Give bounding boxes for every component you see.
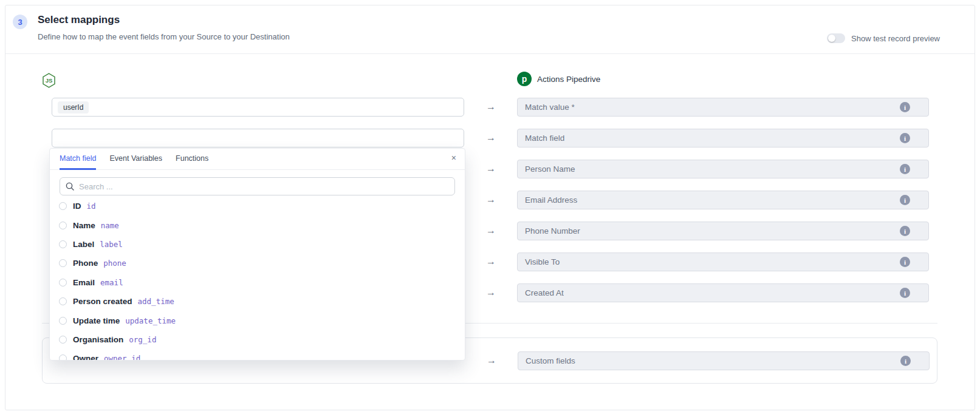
info-icon[interactable]: i: [900, 164, 910, 174]
search-box: [60, 177, 455, 195]
info-icon[interactable]: i: [900, 257, 910, 267]
radio-icon[interactable]: [59, 336, 67, 344]
destination-field[interactable]: Visible To i: [517, 253, 929, 271]
radio-icon[interactable]: [59, 354, 67, 361]
tab-functions[interactable]: Functions: [176, 149, 208, 170]
custom-fields-field[interactable]: Custom fields i: [518, 351, 930, 370]
radio-icon[interactable]: [59, 202, 67, 210]
source-field-input[interactable]: userId: [52, 98, 464, 117]
info-icon[interactable]: i: [900, 195, 910, 205]
field-option-person-created[interactable]: Person created add_time: [50, 292, 465, 311]
field-option-name[interactable]: Name name: [50, 215, 465, 234]
page-title: Select mappings: [38, 14, 120, 26]
source-field-input[interactable]: [52, 129, 464, 147]
radio-icon[interactable]: [59, 279, 67, 286]
destination-header: p Actions Pipedrive: [517, 72, 600, 86]
mapping-row: → Match field i: [5, 129, 975, 147]
toggle-label: Show test record preview: [851, 34, 940, 43]
arrow-icon: →: [486, 160, 496, 178]
panel-header: 3 Select mappings Define how to map the …: [5, 5, 975, 54]
svg-text:JS: JS: [46, 77, 53, 84]
field-option-email[interactable]: Email email: [50, 273, 465, 292]
toggle-knob: [828, 35, 835, 42]
radio-icon[interactable]: [59, 297, 67, 305]
destination-field[interactable]: Match field i: [517, 129, 929, 147]
field-option-id[interactable]: ID id: [50, 197, 465, 215]
search-icon: [66, 182, 74, 191]
info-icon[interactable]: i: [900, 102, 910, 112]
arrow-icon: →: [487, 351, 496, 370]
arrow-icon: →: [486, 98, 496, 117]
nodejs-icon: JS: [42, 73, 56, 90]
field-option-owner[interactable]: Owner owner_id: [50, 349, 465, 361]
arrow-icon: →: [486, 283, 496, 302]
arrow-icon: →: [486, 191, 496, 209]
pipedrive-logo-icon: p: [517, 72, 532, 86]
info-icon[interactable]: i: [900, 356, 911, 366]
destination-name: Actions Pipedrive: [537, 75, 600, 84]
dropdown-tab-bar: Match field Event Variables Functions: [50, 149, 465, 170]
radio-icon[interactable]: [59, 240, 67, 248]
arrow-icon: →: [486, 129, 496, 147]
close-icon[interactable]: ×: [451, 154, 456, 162]
destination-field[interactable]: Match value * i: [517, 98, 929, 117]
field-picker-dropdown: Match field Event Variables Functions × …: [49, 148, 465, 361]
destination-field[interactable]: Email Address i: [517, 191, 929, 209]
show-test-record-toggle[interactable]: [827, 33, 845, 43]
radio-icon[interactable]: [59, 259, 67, 267]
info-icon[interactable]: i: [900, 288, 910, 298]
arrow-icon: →: [486, 222, 496, 240]
page-subtitle: Define how to map the event fields from …: [38, 32, 290, 41]
search-input[interactable]: [79, 182, 449, 191]
destination-field[interactable]: Created At i: [517, 283, 929, 302]
field-option-phone[interactable]: Phone phone: [50, 254, 465, 273]
mapping-row: userId → Match value * i: [5, 98, 975, 117]
destination-field[interactable]: Person Name i: [517, 160, 929, 178]
field-option-organisation[interactable]: Organisation org_id: [50, 330, 465, 349]
select-mappings-panel: 3 Select mappings Define how to map the …: [5, 5, 975, 410]
tab-event-variables[interactable]: Event Variables: [109, 149, 162, 170]
radio-icon[interactable]: [59, 222, 67, 229]
info-icon[interactable]: i: [900, 133, 910, 143]
info-icon[interactable]: i: [900, 226, 910, 236]
field-option-update-time[interactable]: Update time update_time: [50, 311, 465, 330]
arrow-icon: →: [486, 253, 496, 271]
field-option-list: ID id Name name Label label Phone phone …: [50, 197, 465, 361]
step-number-badge: 3: [13, 15, 27, 29]
source-value-chip[interactable]: userId: [58, 101, 89, 114]
field-option-label[interactable]: Label label: [50, 235, 465, 254]
radio-icon[interactable]: [59, 317, 67, 325]
tab-match-field[interactable]: Match field: [60, 149, 96, 170]
destination-field[interactable]: Phone Number i: [517, 222, 929, 240]
